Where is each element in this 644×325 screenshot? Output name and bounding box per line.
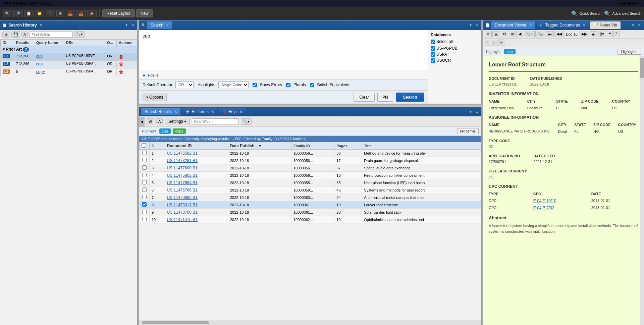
reset-layout-button[interactable]: Reset Layout [102,9,135,17]
settings-icon-btn[interactable]: ⚙ [56,10,64,17]
row-checkbox[interactable] [142,210,147,214]
row-checkbox[interactable] [142,158,147,162]
row-checkbox-cell[interactable] [140,150,150,157]
hit-terms-close[interactable]: ✕ [211,110,214,114]
dv-settings-btn[interactable]: ⚙ [501,31,508,37]
row-checkbox-cell[interactable] [140,164,150,172]
search-panel-minimize[interactable]: ▾ [468,22,473,28]
search-button[interactable]: Search [396,93,424,102]
advanced-search-btn[interactable]: 🔍 Advanced Search [604,10,641,17]
row-doc-link[interactable]: US 11470892 B1 [167,195,198,200]
results-font-btn[interactable]: A [156,118,163,124]
sh-delete-l1[interactable]: 🗑 [119,69,123,75]
new-button[interactable]: New [136,9,153,17]
cpc-row1-cpc[interactable]: E 04 F 10/10 [533,199,556,203]
doc-scrollbar-thumb[interactable] [640,58,644,78]
row-checkbox[interactable] [142,217,147,221]
help-icon-btn[interactable]: ❓ [46,10,55,17]
row-checkbox[interactable] [142,180,147,184]
results-select-all-checkbox[interactable] [142,143,146,148]
row-checkbox[interactable] [142,187,147,192]
dv-section-btn[interactable]: §▾ [598,31,606,37]
import-icon-btn[interactable]: 📥 [76,10,86,17]
sh-group-expand[interactable]: ▾ [3,47,5,52]
sh-query-l1[interactable]: cup+ [36,69,45,74]
search-tab[interactable]: Search ✕ [147,21,172,29]
dv-highlight-btn[interactable]: H [491,40,497,46]
select-all-checkbox[interactable] [431,40,435,44]
row-checkbox-cell[interactable] [140,186,150,194]
results-settings-btn[interactable]: Settings ▾ [165,118,190,125]
default-operator-select[interactable]: OR AND [175,82,194,88]
dv-back-btn[interactable]: ◀◀ [554,31,564,37]
highlights-button[interactable]: Highlights [618,49,641,55]
help-close[interactable]: ✕ [239,110,242,114]
dv-print-btn[interactable]: 🖨 [492,31,500,37]
highlights-select[interactable]: Single Color Multi Color [218,82,249,88]
row-checkbox-cell[interactable] [140,157,150,164]
results-menu-btn[interactable]: ≡ [474,109,479,115]
options-button[interactable]: ▾ Options [143,94,167,101]
row-doc-link[interactable]: US 11477600 B1 [167,166,198,170]
dv-last-btn[interactable]: ⏭ [590,31,597,37]
row-doc-link[interactable]: US 11475766 B1 [167,188,198,193]
lightning-icon-btn[interactable]: ⚡ [87,10,97,17]
search-history-find-input[interactable] [29,32,73,38]
row-checkbox-cell[interactable] [140,209,150,216]
dv-zoom-out-btn[interactable]: 🔍- [535,31,545,37]
resources-menu[interactable]: Resources ▾ [618,1,641,6]
row-doc-link[interactable]: US 11477694 B1 [167,180,198,185]
dv-quote2-btn[interactable]: ❞ [613,31,620,37]
plurals-checkbox[interactable] [286,83,290,87]
search-icon-btn[interactable]: 🔍 [3,10,12,17]
row-checkbox-cell[interactable] [140,194,150,201]
panel-arrow-left[interactable]: ◀ [139,117,145,127]
search-history-close[interactable]: ✕ [40,23,43,28]
sh-query-l3[interactable]: cup [36,54,43,59]
row-checkbox[interactable] [142,151,147,155]
dv-forward-btn[interactable]: ▶▶ [580,31,589,37]
row-checkbox[interactable] [142,202,147,207]
dv-quote3-btn[interactable]: " [485,40,490,46]
row-doc-link[interactable]: US 11473311 B1 [167,203,198,207]
row-doc-link[interactable]: US 11473760 B1 [167,210,198,215]
dv-edit-btn[interactable]: ✏ [485,31,492,37]
copy-icon-btn[interactable]: 📋 [24,10,34,17]
db-uspgpub-checkbox[interactable] [431,46,435,51]
results-horizontal-scrollbar[interactable] [139,320,481,325]
doc-vertical-scrollbar[interactable] [640,56,644,325]
row-checkbox[interactable] [142,165,147,170]
sh-delete-l2[interactable]: 🗑 [119,62,123,67]
quick-search-btn[interactable]: 🔍 Quick Search [571,10,601,17]
help-tab[interactable]: ❓ Help ✕ [219,108,246,115]
search-query-input[interactable]: cup [139,30,428,70]
row-checkbox-cell[interactable] [140,179,150,186]
dv-quote1-btn[interactable]: ❝ [607,31,613,37]
sh-minimize-btn[interactable]: ▾ [124,22,129,28]
show-errors-checkbox[interactable] [253,83,257,87]
results-find-input[interactable] [192,118,239,124]
sh-query-l2[interactable]: cup [36,62,43,66]
row-checkbox-cell[interactable] [140,172,150,179]
dv-first-btn[interactable]: ⏮ [546,31,554,37]
tagged-docs-tab[interactable]: 🏷 Tagged Documents ✕ [537,21,589,29]
results-minimize-btn[interactable]: ▾ [468,109,473,115]
sh-search-dropdown-btn[interactable]: 🔍▾ [74,31,85,38]
results-resize-handle[interactable]: ◀ 🖨 A Settings ▾ 🔍▾ [139,116,481,127]
highlight-cups-tag[interactable]: cups [173,128,186,134]
row-doc-link[interactable]: US 11471475 B1 [167,217,198,222]
db-uspat-checkbox[interactable] [431,52,435,57]
results-col-date[interactable]: Date Publish... ▾ [228,142,291,150]
results-print-btn[interactable]: 🖨 [147,118,154,124]
row-checkbox[interactable] [142,195,147,199]
doc-viewer-minimize[interactable]: ▾ [631,22,635,28]
doc-viewer-tab[interactable]: Document Viewer ✕ [491,21,535,29]
pn-button[interactable]: PN [377,93,393,102]
doc-viewer-menu[interactable]: ≡ [637,22,642,28]
sh-print-btn[interactable]: 🖨 [2,32,10,38]
hit-terms-results-btn[interactable]: Hit Terms [457,128,479,134]
dv-zoom-in-btn[interactable]: 🔍+ [524,31,535,37]
dv-note-btn[interactable]: ✂ [498,40,505,46]
row-doc-link[interactable]: US 11475582 B1 [167,151,198,156]
sh-save-btn[interactable]: 💾 [11,31,20,38]
